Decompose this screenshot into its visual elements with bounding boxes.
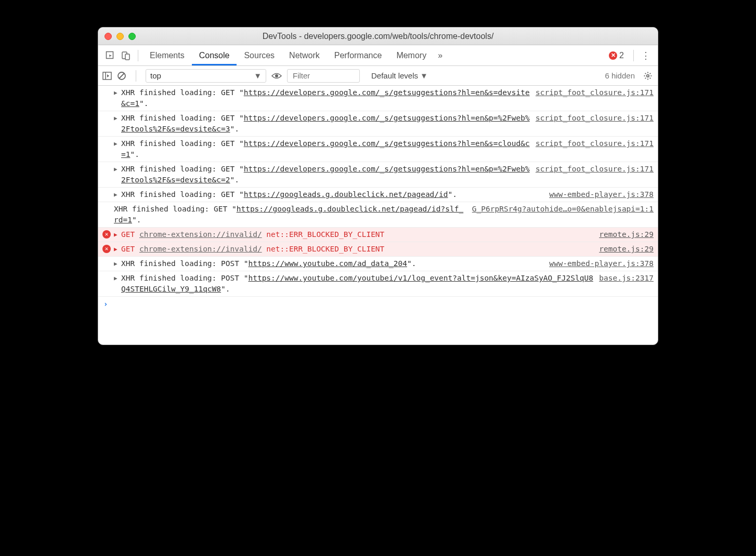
- divider: [138, 50, 138, 61]
- live-expression-icon[interactable]: [271, 72, 282, 80]
- clear-console-icon[interactable]: [117, 71, 126, 81]
- disclosure-triangle-icon[interactable]: ▶: [114, 140, 118, 148]
- kebab-menu-icon[interactable]: ⋮: [641, 50, 650, 61]
- log-source-link[interactable]: script_foot_closure.js:171: [536, 138, 654, 160]
- divider: [633, 50, 634, 61]
- log-message: XHR finished loading: GET "https://devel…: [114, 87, 536, 109]
- log-message: XHR finished loading: GET "https://devel…: [114, 113, 536, 135]
- inspect-icon[interactable]: [106, 51, 115, 60]
- log-source-link[interactable]: script_foot_closure.js:171: [536, 87, 654, 109]
- minimize-window-button[interactable]: [116, 33, 124, 40]
- console-log: ▶XHR finished loading: GET "https://deve…: [98, 86, 658, 297]
- log-url[interactable]: https://developers.google.com/_s/getsugg…: [121, 139, 530, 158]
- tab-elements[interactable]: Elements: [142, 45, 192, 65]
- disclosure-triangle-icon[interactable]: ▶: [114, 260, 118, 268]
- log-url[interactable]: https://developers.google.com/_s/getsugg…: [121, 88, 530, 108]
- disclosure-triangle-icon[interactable]: ▶: [114, 274, 118, 283]
- error-count: 2: [619, 51, 624, 60]
- svg-point-7: [275, 74, 278, 77]
- context-value: top: [150, 71, 161, 80]
- titlebar: DevTools - developers.google.com/web/too…: [98, 28, 658, 45]
- svg-point-8: [647, 74, 649, 76]
- padding: [98, 313, 658, 345]
- log-url[interactable]: https://googleads.g.doubleclick.net/page…: [114, 205, 463, 224]
- disclosure-triangle-icon[interactable]: ▶: [114, 89, 118, 97]
- divider: [136, 70, 136, 82]
- show-sidebar-icon[interactable]: [102, 72, 112, 80]
- log-levels-dropdown[interactable]: Default levels ▼: [371, 71, 428, 80]
- log-source-link[interactable]: G_P6rpRSr4g?autohide…o=0&enablejsapi=1:1: [472, 204, 654, 226]
- console-log-row[interactable]: ▶XHR finished loading: POST "https://www…: [98, 257, 658, 271]
- error-count-badge[interactable]: ✕ 2: [609, 51, 624, 60]
- log-source-link[interactable]: www-embed-player.js:378: [549, 189, 654, 200]
- console-log-row[interactable]: ▶XHR finished loading: GET "https://deve…: [98, 137, 658, 162]
- maximize-window-button[interactable]: [128, 33, 136, 40]
- filter-input[interactable]: [287, 69, 360, 83]
- levels-label: Default levels: [371, 71, 418, 80]
- error-icon: ✕: [102, 245, 111, 253]
- tab-more[interactable]: »: [434, 45, 447, 65]
- log-message: XHR finished loading: POST "https://www.…: [114, 273, 599, 295]
- disclosure-triangle-icon[interactable]: ▶: [114, 191, 118, 199]
- log-url[interactable]: chrome-extension://invalid/: [139, 245, 262, 253]
- console-log-row[interactable]: ▶XHR finished loading: GET "https://deve…: [98, 162, 658, 188]
- log-message: XHR finished loading: GET "https://devel…: [114, 138, 536, 160]
- devtools-window: DevTools - developers.google.com/web/too…: [98, 27, 658, 345]
- disclosure-triangle-icon[interactable]: ▶: [114, 114, 118, 123]
- log-source-link[interactable]: script_foot_closure.js:171: [536, 113, 654, 135]
- console-log-row[interactable]: ▶XHR finished loading: GET "https://goog…: [98, 188, 658, 202]
- chevron-down-icon: ▼: [254, 71, 262, 80]
- console-error-row[interactable]: ✕▶GET chrome-extension://invalid/ net::E…: [98, 242, 658, 257]
- chevron-down-icon: ▼: [420, 71, 428, 80]
- log-message: GET chrome-extension://invalid/ net::ERR…: [114, 229, 599, 240]
- tab-performance[interactable]: Performance: [327, 45, 389, 65]
- log-message: XHR finished loading: GET "https://googl…: [114, 189, 549, 200]
- console-log-row[interactable]: XHR finished loading: GET "https://googl…: [98, 202, 658, 228]
- log-message: GET chrome-extension://invalid/ net::ERR…: [114, 244, 599, 255]
- log-url[interactable]: https://www.youtube.com/ad_data_204: [248, 259, 407, 268]
- log-source-link[interactable]: remote.js:29: [599, 229, 654, 240]
- disclosure-triangle-icon[interactable]: ▶: [114, 165, 118, 174]
- tab-console[interactable]: Console: [192, 45, 237, 65]
- hidden-count[interactable]: 6 hidden: [605, 71, 635, 80]
- console-log-row[interactable]: ▶XHR finished loading: GET "https://deve…: [98, 111, 658, 137]
- log-message: XHR finished loading: POST "https://www.…: [114, 258, 549, 269]
- log-message: XHR finished loading: GET "https://devel…: [114, 164, 536, 186]
- context-selector[interactable]: top ▼: [146, 69, 266, 83]
- log-message: XHR finished loading: GET "https://googl…: [114, 204, 472, 226]
- disclosure-triangle-icon[interactable]: ▶: [114, 245, 118, 254]
- window-title: DevTools - developers.google.com/web/too…: [98, 32, 658, 41]
- log-url[interactable]: https://www.youtube.com/youtubei/v1/log_…: [121, 274, 593, 293]
- disclosure-triangle-icon[interactable]: ▶: [114, 231, 118, 239]
- log-source-link[interactable]: www-embed-player.js:378: [549, 258, 654, 269]
- log-url[interactable]: chrome-extension://invalid/: [139, 230, 262, 239]
- console-prompt[interactable]: ›: [98, 297, 658, 313]
- error-icon: ✕: [102, 230, 111, 239]
- log-url[interactable]: https://developers.google.com/_s/getsugg…: [121, 165, 530, 184]
- console-log-row[interactable]: ▶XHR finished loading: GET "https://deve…: [98, 86, 658, 111]
- tab-sources[interactable]: Sources: [237, 45, 282, 65]
- console-toolbar: top ▼ Default levels ▼ 6 hidden: [98, 66, 658, 86]
- console-log-row[interactable]: ▶XHR finished loading: POST "https://www…: [98, 271, 658, 297]
- device-toggle-icon[interactable]: [121, 51, 131, 60]
- traffic-lights: [105, 33, 136, 40]
- svg-rect-2: [125, 54, 129, 60]
- tab-memory[interactable]: Memory: [389, 45, 434, 65]
- tab-network[interactable]: Network: [282, 45, 327, 65]
- settings-gear-icon[interactable]: [643, 71, 653, 81]
- log-source-link[interactable]: script_foot_closure.js:171: [536, 164, 654, 186]
- svg-line-6: [119, 73, 124, 78]
- log-url[interactable]: https://googleads.g.doubleclick.net/page…: [244, 190, 448, 198]
- log-source-link[interactable]: remote.js:29: [599, 244, 654, 255]
- log-source-link[interactable]: base.js:2317: [599, 273, 654, 295]
- error-icon: ✕: [609, 51, 617, 60]
- prompt-chevron-icon: ›: [103, 300, 108, 308]
- console-error-row[interactable]: ✕▶GET chrome-extension://invalid/ net::E…: [98, 228, 658, 242]
- panel-tabs: Elements Console Sources Network Perform…: [98, 45, 658, 66]
- log-url[interactable]: https://developers.google.com/_s/getsugg…: [121, 114, 530, 133]
- close-window-button[interactable]: [105, 33, 112, 40]
